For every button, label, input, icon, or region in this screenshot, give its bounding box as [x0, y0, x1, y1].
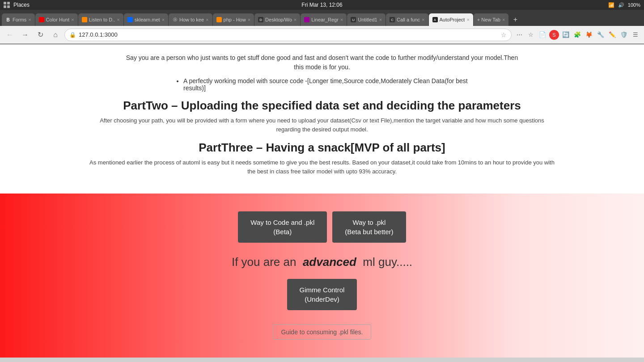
gimme-control-button[interactable]: Gimme Control(UnderDev): [287, 279, 357, 310]
tab-forms[interactable]: B Forms ×: [2, 13, 35, 26]
advanced-text: If you are an advanced ml guy.....: [9, 255, 635, 269]
bookmark-icon[interactable]: ☆: [501, 31, 507, 38]
howto-favicon: ⓐ: [172, 17, 178, 22]
addon2-icon[interactable]: 🦊: [584, 30, 594, 40]
part-three-subtext: As mentioned earlier the process of auto…: [87, 158, 557, 176]
os-bar: Places Fri Mar 13, 12:06 📶 🔊 100%: [0, 0, 644, 10]
address-bar[interactable]: 🔒 127.0.0.1:3000 ☆: [64, 29, 512, 41]
tab-forms-label: Forms: [13, 17, 26, 22]
tab-desktop[interactable]: D Desktop/Wo ×: [254, 13, 300, 26]
places-label: Places: [13, 2, 30, 8]
gradient-section: Way to Code and .pkl(Beta) Way to .pkl(B…: [0, 194, 644, 358]
nav-extras: ⋯ ☆ 📄 S 🔄 🧩 🦊 🔧 ✏️ 🛡️ ☰: [514, 30, 640, 40]
tab-autoproject[interactable]: A AutoProject ×: [429, 13, 473, 26]
bullet-text: A perfectly working model with source co…: [183, 77, 479, 92]
code-pkl-button[interactable]: Way to Code and .pkl(Beta): [238, 211, 327, 243]
sound-icon: 🔊: [618, 2, 624, 8]
edit-icon[interactable]: ✏️: [607, 30, 617, 40]
pkl-button[interactable]: Way to .pkl(Beta but better): [332, 211, 406, 243]
tab-desktop-label: Desktop/Wo: [265, 17, 292, 22]
back-button[interactable]: ←: [4, 29, 16, 41]
tab-php-label: php - How: [224, 17, 246, 22]
os-bar-right: 📶 🔊 100%: [608, 2, 640, 8]
url-text: 127.0.0.1:3000: [79, 31, 498, 38]
tab-newtab[interactable]: + New Tab ×: [474, 13, 509, 26]
php-favicon: [216, 17, 222, 22]
tab-untitled[interactable]: U Untitled1 ×: [347, 13, 386, 26]
forward-button[interactable]: →: [19, 29, 31, 41]
battery-label: 100%: [628, 2, 640, 8]
tab-linear-close[interactable]: ×: [340, 17, 343, 22]
tab-php-close[interactable]: ×: [248, 17, 250, 22]
os-datetime: Fri Mar 13, 12:06: [301, 2, 342, 8]
lock-icon: 🔒: [69, 32, 76, 38]
tab-php[interactable]: php - How ×: [213, 13, 254, 26]
tab-autoproject-close[interactable]: ×: [466, 17, 469, 22]
part-three-heading: PartThree – Having a snack[MVP of all pa…: [27, 141, 617, 155]
tab-newtab-label: + New Tab: [477, 17, 500, 22]
sklearn-favicon: [127, 17, 133, 22]
profile-icon[interactable]: S: [549, 30, 559, 40]
listen-favicon: [82, 17, 87, 22]
tab-sklearn-label: sklearn.met: [135, 17, 160, 22]
tab-linear-label: Linear_Regr: [311, 17, 339, 22]
tab-listen[interactable]: Listen to D.. ×: [78, 13, 123, 26]
tab-callfunc-label: Call a func: [397, 17, 420, 22]
os-grid-icon: [4, 2, 10, 8]
reader-icon[interactable]: 📄: [538, 30, 547, 40]
tab-colorhunt-close[interactable]: ×: [71, 17, 74, 22]
linear-favicon: [304, 17, 309, 22]
tab-desktop-close[interactable]: ×: [294, 17, 297, 22]
extensions-icon[interactable]: ⋯: [514, 30, 524, 40]
bookmark-star-icon[interactable]: ☆: [526, 30, 536, 40]
tab-howto-close[interactable]: ×: [206, 17, 208, 22]
tab-colorhunt[interactable]: Color Hunt ×: [35, 13, 78, 26]
part-two-heading: PartTwo – Uploading the specified data s…: [27, 99, 617, 113]
tab-untitled-close[interactable]: ×: [379, 17, 382, 22]
untitled-favicon: U: [351, 17, 356, 22]
tab-callfunc-close[interactable]: ×: [422, 17, 424, 22]
addon1-icon[interactable]: 🧩: [572, 30, 582, 40]
tab-forms-close[interactable]: ×: [28, 17, 31, 22]
footer: © 2020 Shivam Verma.: [0, 358, 644, 362]
intro-text: Say you are a person who just wants to g…: [121, 53, 523, 72]
tab-bar: B Forms × Color Hunt × Listen to D.. × s…: [0, 10, 644, 26]
sync-icon[interactable]: 🔄: [561, 30, 571, 40]
tab-untitled-label: Untitled1: [358, 17, 377, 22]
forms-favicon: B: [5, 17, 11, 22]
tab-linear[interactable]: Linear_Regr ×: [301, 13, 347, 26]
colorhunt-favicon: [39, 17, 44, 22]
menu-icon[interactable]: ☰: [631, 30, 640, 40]
advanced-prefix: If you are an: [232, 255, 297, 269]
autoproject-favicon: A: [432, 17, 438, 22]
shield-icon[interactable]: 🛡️: [619, 30, 629, 40]
tab-autoproject-label: AutoProject: [440, 17, 465, 22]
os-bar-left: Places: [4, 2, 30, 8]
part-two-subtext: After choosing your path, you will be pr…: [87, 116, 557, 134]
desktop-favicon: D: [258, 17, 263, 22]
callfunc-favicon: C: [390, 17, 395, 22]
devtools-icon[interactable]: 🔧: [596, 30, 606, 40]
advanced-suffix: ml guy.....: [363, 255, 412, 269]
upper-section: Say you are a person who just wants to g…: [0, 44, 644, 194]
path-buttons-row: Way to Code and .pkl(Beta) Way to .pkl(B…: [9, 211, 635, 243]
add-tab-button[interactable]: +: [509, 13, 521, 26]
navigation-bar: ← → ↻ ⌂ 🔒 127.0.0.1:3000 ☆ ⋯ ☆ 📄 S 🔄 🧩 🦊…: [0, 26, 644, 44]
reload-button[interactable]: ↻: [34, 29, 47, 41]
tab-colorhunt-label: Color Hunt: [46, 17, 70, 22]
guide-button[interactable]: Guide to consuming .pkl files.: [273, 324, 372, 340]
advanced-keyword: advanced: [303, 255, 356, 269]
tab-sklearn[interactable]: sklearn.met ×: [124, 13, 168, 26]
tab-howto-label: How to kee: [179, 17, 204, 22]
page-content: Say you are a person who just wants to g…: [0, 44, 644, 362]
browser-chrome: B Forms × Color Hunt × Listen to D.. × s…: [0, 10, 644, 44]
tab-listen-label: Listen to D..: [89, 17, 115, 22]
tab-newtab-close[interactable]: ×: [502, 17, 505, 22]
network-icon: 📶: [608, 2, 614, 8]
home-button[interactable]: ⌂: [49, 29, 62, 41]
tab-howto[interactable]: ⓐ How to kee ×: [169, 13, 212, 26]
tab-listen-close[interactable]: ×: [117, 17, 119, 22]
tab-callfunc[interactable]: C Call a func ×: [386, 13, 428, 26]
tab-sklearn-close[interactable]: ×: [162, 17, 165, 22]
